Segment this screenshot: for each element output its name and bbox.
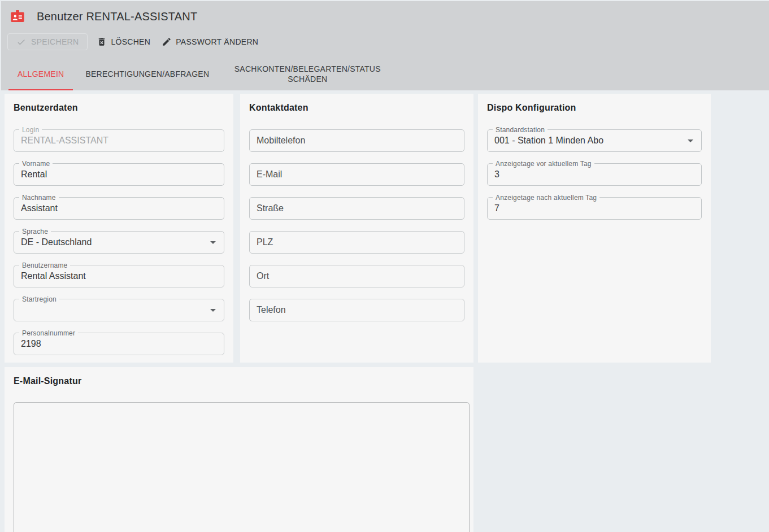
anzeigetage-nach-field[interactable]: Anzeigetage nach aktuellem Tag 7 xyxy=(487,197,702,220)
page-title: Benutzer RENTAL-ASSISTANT xyxy=(37,10,197,23)
telefon-field[interactable]: Telefon xyxy=(249,299,464,321)
vorname-field[interactable]: Vorname Rental xyxy=(14,163,224,186)
edit-pencil-icon xyxy=(162,37,172,47)
check-icon xyxy=(16,37,26,47)
panel-title: E-Mail-Signatur xyxy=(5,367,473,386)
delete-button-label: LÖSCHEN xyxy=(111,37,150,46)
personalnummer-field[interactable]: Personalnummer 2198 xyxy=(14,333,224,355)
change-password-button[interactable]: PASSWORT ÄNDERN xyxy=(159,33,260,50)
toolbar: SPEICHERN LÖSCHEN PASSWORT ÄNDERN xyxy=(7,33,260,51)
panel-dispo-konfiguration: Dispo Konfiguration Standardstation 001 … xyxy=(478,94,711,363)
dropdown-arrow-icon[interactable] xyxy=(210,241,216,244)
tab-bar: ALLGEMEIN BERECHTIGUNGEN/ABFRAGEN SACHKO… xyxy=(8,59,393,90)
badge-icon xyxy=(10,8,25,24)
standardstation-select[interactable]: Standardstation 001 - Station 1 Minden A… xyxy=(487,129,702,152)
panel-email-signatur: E-Mail-Signatur xyxy=(5,367,473,532)
email-signatur-textarea[interactable] xyxy=(14,402,470,532)
plz-field[interactable]: PLZ xyxy=(249,231,464,254)
panel-title: Dispo Konfiguration xyxy=(478,94,711,113)
panel-title: Kontaktdaten xyxy=(240,94,473,113)
ort-field[interactable]: Ort xyxy=(249,265,464,287)
sprache-select[interactable]: Sprache DE - Deutschland xyxy=(14,231,224,254)
email-field[interactable]: E-Mail xyxy=(249,163,464,186)
panel-title: Benutzerdaten xyxy=(5,94,233,113)
delete-forever-icon xyxy=(97,37,107,47)
title-row: Benutzer RENTAL-ASSISTANT xyxy=(10,8,769,25)
login-field: Login RENTAL-ASSISTANT xyxy=(14,129,224,152)
tab-berechtigungen-abfragen[interactable]: BERECHTIGUNGEN/ABFRAGEN xyxy=(76,59,218,90)
startregion-select[interactable]: Startregion xyxy=(14,299,224,321)
tab-sachkonten-belegarten-status-schaeden[interactable]: SACHKONTEN/BELEGARTEN/STATUS SCHÄDEN xyxy=(221,59,393,90)
strasse-field[interactable]: Straße xyxy=(249,197,464,220)
header: Benutzer RENTAL-ASSISTANT SPEICHERN LÖSC… xyxy=(1,1,769,90)
mobiltelefon-field[interactable]: Mobiltelefon xyxy=(249,129,464,152)
tab-allgemein[interactable]: ALLGEMEIN xyxy=(8,59,73,90)
dropdown-arrow-icon[interactable] xyxy=(210,309,216,312)
change-password-button-label: PASSWORT ÄNDERN xyxy=(176,37,258,46)
benutzername-field[interactable]: Benutzername Rental Assistant xyxy=(14,265,224,287)
panel-kontaktdaten: Kontaktdaten Mobiltelefon E-Mail Straße … xyxy=(240,94,473,363)
dropdown-arrow-icon[interactable] xyxy=(688,139,693,142)
nachname-field[interactable]: Nachname Assistant xyxy=(14,197,224,220)
anzeigetage-vor-field[interactable]: Anzeigetage vor aktuellem Tag 3 xyxy=(487,163,702,186)
delete-button[interactable]: LÖSCHEN xyxy=(94,33,153,50)
panel-benutzerdaten: Benutzerdaten Login RENTAL-ASSISTANT Vor… xyxy=(5,94,233,363)
save-button[interactable]: SPEICHERN xyxy=(7,33,88,50)
save-button-label: SPEICHERN xyxy=(31,37,79,46)
